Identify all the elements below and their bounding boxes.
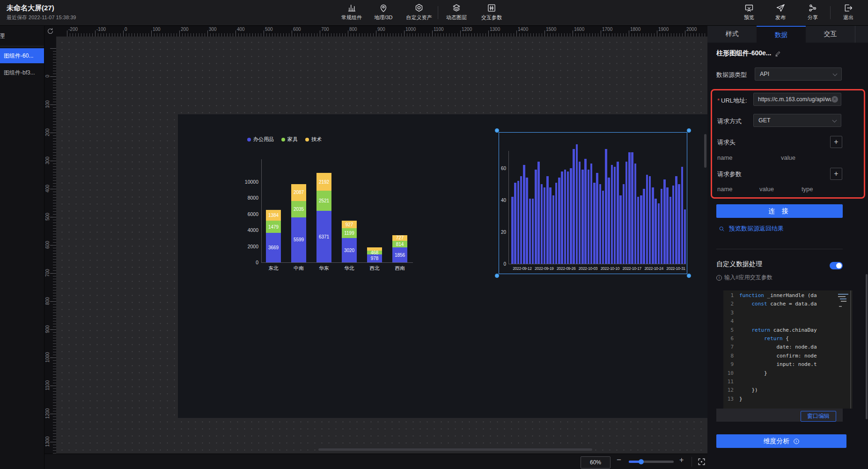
- ruler-label: 1400: [518, 27, 528, 32]
- window-edit-button[interactable]: 窗口编辑: [801, 411, 836, 422]
- selection-handle-sw[interactable]: [495, 274, 499, 278]
- zoom-in-button[interactable]: +: [679, 456, 684, 464]
- horizontal-scrollbar[interactable]: [318, 448, 592, 451]
- bar-segment: 1199: [342, 228, 357, 238]
- bar-segment: 1856: [392, 247, 407, 262]
- annotation-highlight: *URL地址: https://c.m.163.com/ug/api/wu × …: [711, 89, 865, 199]
- edit-pencil-icon[interactable]: [775, 51, 781, 57]
- ruler-label: 100: [153, 27, 161, 32]
- layer-item-0[interactable]: 图组件-60...: [0, 48, 44, 63]
- toolbar-item-常规组件[interactable]: 常规组件: [335, 3, 368, 21]
- ruler-label: 1500: [546, 27, 556, 32]
- ruler-label: 500: [45, 208, 50, 226]
- add-param-button[interactable]: +: [830, 168, 842, 180]
- toolbar-item-动态图层[interactable]: 动态图层: [440, 3, 473, 21]
- connect-button[interactable]: 连 接: [716, 204, 843, 218]
- code-line: 12 }): [723, 385, 853, 394]
- ruler-vertical: 0100200300400500600700800900100011001200…: [44, 37, 56, 454]
- x-axis-tick-label: 东北: [261, 265, 286, 272]
- ruler-label: 600: [45, 236, 50, 254]
- component-title-row: 柱形图组件-600e...: [716, 49, 781, 58]
- chart-plot: 0200040006000800010000138414793669东北2087…: [239, 133, 417, 278]
- ruler-label: 200: [181, 27, 189, 32]
- preview-datasource-link[interactable]: 预览数据源返回结果: [719, 224, 784, 233]
- action-item-预览[interactable]: 预览: [732, 3, 766, 21]
- bar-segment: 6371: [316, 211, 331, 262]
- datasource-type-select[interactable]: API: [755, 67, 842, 81]
- stacked-bar-华东: 219225216371: [316, 173, 331, 262]
- fit-to-screen-icon[interactable]: [697, 457, 706, 466]
- code-editor[interactable]: 1function _innerHandle (da2 const cache …: [723, 290, 853, 409]
- request-method-value: GET: [758, 117, 771, 124]
- y-axis-tick-label: 10000: [241, 179, 258, 185]
- bar-segment: 468: [367, 251, 382, 254]
- canvas-viewport[interactable]: 办公用品家具技术 0200040006000800010000138414793…: [56, 37, 707, 454]
- info-icon: !: [716, 275, 722, 281]
- action-item-分享[interactable]: 分享: [796, 3, 830, 21]
- selection-handle-se[interactable]: [687, 274, 691, 278]
- ruler-label: 400: [45, 179, 50, 198]
- divider: [716, 249, 843, 249]
- dimension-analyze-button[interactable]: 维度分析: [716, 434, 846, 448]
- stacked-bar-西南: 7278141856: [392, 235, 407, 262]
- add-header-button[interactable]: +: [830, 136, 842, 148]
- hint-text: 输入#应用交互参数: [724, 274, 772, 282]
- selection-bounding-box[interactable]: [499, 132, 687, 274]
- paper-plane-icon: [776, 3, 785, 13]
- vertical-scrollbar[interactable]: [704, 134, 706, 168]
- component-title: 柱形图组件-600e...: [716, 49, 771, 58]
- custom-data-label: 自定义数据处理: [716, 260, 762, 268]
- tab-样式[interactable]: 样式: [707, 26, 757, 43]
- tool-label: 地理/3D: [374, 14, 392, 21]
- zoom-slider[interactable]: [629, 461, 674, 463]
- search-icon: [719, 226, 725, 232]
- column-value: value: [759, 186, 774, 193]
- clear-icon[interactable]: ×: [831, 96, 838, 103]
- rotate-icon[interactable]: [47, 28, 54, 35]
- ruler-label: 300: [45, 151, 50, 170]
- ruler-label: 900: [45, 320, 50, 339]
- tab-交互[interactable]: 交互: [806, 26, 855, 43]
- bar-segment: 3020: [342, 238, 357, 262]
- ruler-label: 1000: [405, 27, 416, 32]
- circle-arrow-icon: [793, 438, 800, 445]
- datasource-type-value: API: [760, 71, 769, 77]
- divider: [0, 46, 44, 46]
- layer-item-1[interactable]: 图组件-bf3...: [0, 65, 44, 80]
- url-input[interactable]: https://c.m.163.com/ug/api/wu ×: [753, 93, 841, 106]
- ruler-label: 2000: [686, 27, 697, 32]
- ruler-label: 1900: [658, 27, 669, 32]
- zoom-out-button[interactable]: −: [617, 455, 621, 465]
- toolbar-item-地理/3D[interactable]: 地理/3D: [367, 3, 400, 21]
- tool-label: 动态图层: [446, 14, 467, 21]
- ruler-label: 0: [45, 67, 50, 86]
- action-item-发布[interactable]: 发布: [764, 3, 797, 21]
- toolbar-item-自定义资产[interactable]: 自定义资产: [402, 3, 436, 21]
- toolbar-item-交互参数[interactable]: 交互参数: [475, 3, 508, 21]
- stacked-bar-chart-widget[interactable]: 办公用品家具技术 0200040006000800010000138414793…: [239, 133, 417, 278]
- tab-数据[interactable]: 数据: [757, 26, 806, 43]
- ruler-label: 1800: [630, 27, 640, 32]
- ruler-label: -100: [96, 27, 106, 32]
- column-value: value: [781, 154, 795, 161]
- zoom-slider-knob[interactable]: [639, 459, 644, 464]
- ruler-horizontal: -200-10001002003004005006007008009001000…: [44, 26, 707, 37]
- code-line: 13}: [723, 394, 853, 402]
- request-method-select[interactable]: GET: [753, 114, 841, 127]
- zoom-level-input[interactable]: 60%: [581, 456, 611, 469]
- code-line: 3: [723, 308, 853, 316]
- tool-label: 分享: [808, 14, 818, 21]
- bar-segment: 2087: [291, 184, 306, 201]
- action-item-退出[interactable]: 退出: [831, 3, 865, 21]
- tool-label: 自定义资产: [406, 14, 432, 21]
- ruler-label: 400: [237, 27, 245, 32]
- selection-handle-nw[interactable]: [495, 128, 499, 133]
- x-axis-tick-label: 华东: [311, 265, 337, 272]
- ruler-label: 1100: [45, 376, 50, 395]
- ruler-label: 200: [45, 123, 50, 142]
- selection-handle-ne[interactable]: [687, 128, 691, 133]
- panel-scrollbar[interactable]: [866, 274, 868, 419]
- custom-data-toggle[interactable]: [830, 262, 843, 269]
- ruler-label: 1200: [45, 404, 50, 423]
- bar-segment: 727: [392, 235, 407, 241]
